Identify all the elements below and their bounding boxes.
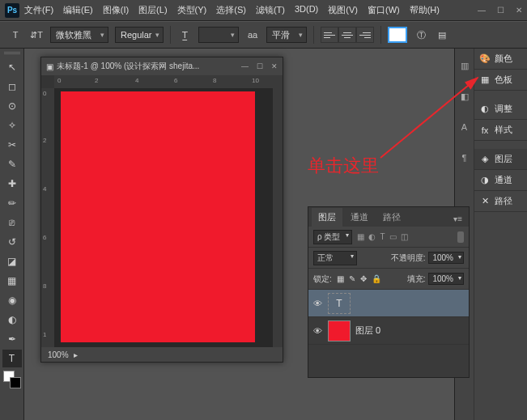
lock-position-icon[interactable]: ✥ (360, 274, 367, 283)
gradient-tool[interactable]: ▦ (2, 272, 22, 290)
fill-value[interactable]: 100% (428, 273, 464, 285)
align-left-button[interactable] (321, 27, 338, 43)
doc-minimize-button[interactable]: — (241, 62, 249, 70)
main-menu: 文件(F) 编辑(E) 图像(I) 图层(L) 类型(Y) 选择(S) 滤镜(T… (24, 4, 440, 16)
lasso-tool[interactable]: ⊙ (2, 97, 22, 115)
menu-window[interactable]: 窗口(W) (368, 4, 400, 16)
filter-adjust-icon[interactable]: ◐ (368, 232, 376, 241)
tab-channels[interactable]: 通道 (344, 208, 375, 227)
character-panel-icon[interactable]: ▤ (435, 28, 449, 42)
brush-tool[interactable]: ✏ (2, 194, 22, 212)
menu-select[interactable]: 选择(S) (216, 4, 246, 16)
panel-layers[interactable]: ◈图层 (474, 149, 527, 170)
layer-thumbnail[interactable]: T (328, 293, 351, 314)
canvas[interactable] (61, 91, 255, 342)
filter-smart-icon[interactable]: ◫ (401, 232, 408, 241)
history-brush-tool[interactable]: ↺ (2, 233, 22, 251)
channels-icon: ◑ (479, 175, 491, 186)
dock-char-icon[interactable]: A (457, 120, 472, 134)
blend-mode-dropdown[interactable]: 正常 (313, 251, 357, 265)
vertical-scrollbar[interactable] (273, 88, 283, 347)
layer-thumbnail[interactable] (328, 320, 351, 342)
move-tool[interactable]: ↖ (2, 58, 22, 76)
visibility-icon[interactable]: 👁 (312, 326, 323, 336)
close-button[interactable]: ✕ (516, 6, 522, 15)
panel-adjust[interactable]: ◐调整 (474, 99, 527, 120)
menu-3d[interactable]: 3D(D) (295, 4, 318, 16)
layer-item[interactable]: 👁 图层 0 (308, 317, 469, 345)
opacity-value[interactable]: 100% (428, 252, 464, 264)
align-right-button[interactable] (356, 27, 374, 43)
font-family-dropdown[interactable]: 微软雅黑 (50, 27, 108, 43)
tab-paths[interactable]: 路径 (376, 208, 407, 227)
dock-history-icon[interactable]: ▥ (457, 58, 472, 73)
orientation-icon[interactable]: ⇵T (29, 28, 44, 42)
layer-list-empty (308, 345, 469, 377)
zoom-level[interactable]: 100% (48, 350, 69, 359)
panel-paths[interactable]: ✕路径 (474, 191, 527, 212)
warp-text-icon[interactable]: Ⓣ (414, 28, 428, 42)
menu-view[interactable]: 视图(V) (328, 4, 358, 16)
magic-wand-tool[interactable]: ✧ (2, 117, 22, 134)
marquee-tool[interactable]: ◻ (2, 78, 22, 95)
panel-styles[interactable]: fx样式 (474, 120, 527, 141)
text-color-swatch[interactable] (388, 27, 407, 43)
lock-all-icon[interactable]: 🔒 (372, 274, 381, 283)
eraser-tool[interactable]: ◪ (2, 252, 22, 270)
align-center-button[interactable] (338, 27, 356, 43)
pen-tool[interactable]: ✒ (2, 330, 22, 348)
stamp-tool[interactable]: ⎚ (2, 214, 22, 231)
blur-tool[interactable]: ◉ (2, 291, 22, 309)
ruler-tick: 0 (57, 77, 61, 84)
maximize-button[interactable]: ☐ (497, 6, 504, 15)
menu-file[interactable]: 文件(F) (24, 4, 53, 16)
dock-properties-icon[interactable]: ◧ (457, 89, 472, 104)
panel-color[interactable]: 🎨颜色 (474, 49, 527, 70)
canvas-viewport[interactable] (54, 88, 283, 347)
panel-menu-icon[interactable]: ▾≡ (450, 211, 465, 227)
layer-kind-dropdown[interactable]: ρ 类型 (313, 230, 352, 244)
doc-maximize-button[interactable]: ☐ (257, 62, 263, 70)
menu-help[interactable]: 帮助(H) (410, 4, 440, 16)
doc-close-button[interactable]: ✕ (271, 62, 278, 70)
healing-tool[interactable]: ✚ (2, 175, 22, 193)
window-controls: — ☐ ✕ (478, 6, 522, 15)
visibility-icon[interactable]: 👁 (312, 299, 323, 308)
tab-layers[interactable]: 图层 (312, 208, 342, 227)
font-size-dropdown[interactable] (198, 27, 239, 43)
menu-image[interactable]: 图像(I) (103, 4, 129, 16)
status-info-icon[interactable]: ▸ (74, 350, 78, 359)
font-weight-dropdown[interactable]: Regular (115, 27, 164, 43)
dock-para-icon[interactable]: ¶ (457, 151, 472, 165)
menu-filter[interactable]: 滤镜(T) (256, 4, 285, 16)
color-swatches[interactable] (3, 371, 21, 388)
minimize-button[interactable]: — (478, 6, 486, 15)
layer-name[interactable]: 图层 0 (355, 325, 380, 337)
filter-pixel-icon[interactable]: ▦ (357, 232, 364, 241)
anti-alias-dropdown[interactable]: 平滑 (266, 27, 307, 43)
panel-swatches[interactable]: ▦色板 (474, 70, 527, 91)
toolbox: ↖ ◻ ⊙ ✧ ✂ ✎ ✚ ✏ ⎚ ↺ ◪ ▦ ◉ ◐ ✒ T (0, 49, 24, 420)
menu-edit[interactable]: 编辑(E) (63, 4, 93, 16)
type-tool[interactable]: T (2, 350, 22, 367)
filter-shape-icon[interactable]: ▭ (389, 232, 397, 241)
horizontal-ruler[interactable]: 0 2 4 6 8 10 (54, 75, 283, 88)
vertical-ruler[interactable]: 0 2 4 6 8 1 (41, 88, 54, 347)
swatches-icon: ▦ (479, 74, 491, 86)
lock-transparency-icon[interactable]: ▦ (337, 274, 344, 283)
panel-channels[interactable]: ◑通道 (474, 170, 527, 191)
toolbox-grip[interactable] (4, 52, 20, 55)
ruler-tick: 2 (43, 137, 46, 144)
filter-type-icon[interactable]: T (380, 232, 385, 241)
dodge-tool[interactable]: ◐ (2, 311, 22, 329)
separator (313, 26, 314, 44)
eyedropper-tool[interactable]: ✎ (2, 155, 22, 173)
separator (170, 26, 171, 44)
menu-layer[interactable]: 图层(L) (138, 4, 167, 16)
layer-item[interactable]: 👁 T (308, 290, 469, 317)
filter-toggle[interactable] (457, 231, 464, 243)
menu-type[interactable]: 类型(Y) (177, 4, 207, 16)
document-titlebar[interactable]: ▣ 未标题-1 @ 100% (设计探索网 shejita... — ☐ ✕ (41, 57, 283, 75)
crop-tool[interactable]: ✂ (2, 136, 22, 154)
lock-pixels-icon[interactable]: ✎ (349, 274, 355, 283)
